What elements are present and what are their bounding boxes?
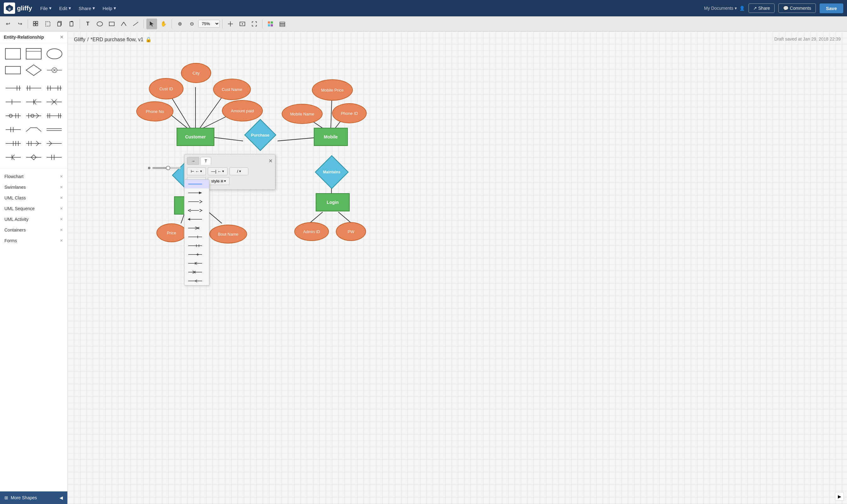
ft-close-button[interactable]: ✕ (268, 158, 272, 164)
connector-tool[interactable] (118, 19, 129, 29)
arrow-option-single[interactable] (184, 259, 209, 268)
arrow-option-bar[interactable] (184, 233, 209, 241)
select-button[interactable] (42, 19, 53, 29)
copy-button[interactable] (54, 19, 65, 29)
breadcrumb-root[interactable]: Gliffy (74, 37, 85, 42)
arrow-option-cross[interactable] (184, 250, 209, 259)
breadcrumb-doc[interactable]: *ERD purchase flow, v1 (91, 37, 143, 42)
canvas-area[interactable]: Gliffy / *ERD purchase flow, v1 🔒 Draft … (68, 32, 847, 504)
fit-page-button[interactable] (237, 19, 248, 29)
redo-button[interactable]: ↪ (15, 19, 25, 29)
sidebar-item-uml-sequence[interactable]: UML Sequence ✕ (0, 203, 67, 214)
arrow-option-crow[interactable] (184, 224, 209, 233)
ft-tab-text[interactable]: T (200, 157, 211, 165)
ft-tab-arrow[interactable]: → (187, 157, 199, 165)
city-node[interactable]: City (181, 63, 211, 83)
hand-tool[interactable]: ✋ (158, 19, 169, 29)
pointer-tool[interactable] (146, 19, 157, 29)
line-tool[interactable] (130, 19, 141, 29)
ft-start-arrow-btn[interactable]: ⊢←▾ (187, 167, 206, 175)
comments-button[interactable]: 💬 Comments (778, 3, 816, 13)
shape-rect[interactable] (4, 63, 22, 77)
remove-uml-class-icon[interactable]: ✕ (60, 196, 63, 200)
ellipse-tool[interactable] (94, 19, 105, 29)
sidebar-item-uml-class[interactable]: UML Class ✕ (0, 193, 67, 203)
conn-double[interactable] (45, 124, 64, 136)
amount-paid-node[interactable]: Amount paid (222, 100, 263, 122)
conn-zig[interactable] (24, 124, 43, 136)
conn-erd-one[interactable] (4, 138, 22, 149)
conn-crow[interactable] (45, 96, 64, 108)
conn-one-many[interactable] (4, 82, 22, 94)
remove-forms-icon[interactable]: ✕ (60, 238, 63, 243)
sidebar-item-containers[interactable]: Containers ✕ (0, 224, 67, 235)
pw-node[interactable]: PW (336, 222, 366, 241)
remove-containers-icon[interactable]: ✕ (60, 228, 63, 232)
zoom-out-button[interactable]: ⊖ (186, 19, 197, 29)
user-menu[interactable]: My Documents ▾ 👤 (704, 6, 745, 11)
zoom-select[interactable]: 75% 50% 100% 125% 150% (198, 20, 220, 28)
more-shapes-button[interactable]: ⊞ More Shapes ◀ (0, 491, 67, 504)
conn-erd-m[interactable] (24, 138, 43, 149)
remove-swimlanes-icon[interactable]: ✕ (60, 185, 63, 190)
arrow-option-double-bar[interactable] (184, 241, 209, 250)
conn-fork[interactable] (24, 96, 43, 108)
conn-cross-bar[interactable] (4, 124, 22, 136)
conn-many-one[interactable] (24, 82, 43, 94)
fit-button[interactable] (225, 19, 236, 29)
share-button[interactable]: ↗ Share (748, 3, 775, 13)
text-tool[interactable]: T (83, 19, 93, 29)
arrow-option-arrow[interactable] (184, 188, 209, 197)
shape-ellipse[interactable] (45, 47, 64, 61)
nav-file[interactable]: File ▾ (37, 3, 55, 13)
mobile-name-node[interactable]: Mobile Name (282, 104, 323, 124)
sidebar-item-flowchart[interactable]: Flowchart ✕ (0, 171, 67, 182)
remove-flowchart-icon[interactable]: ✕ (60, 174, 63, 179)
admin-id-node[interactable]: Admin ID (294, 222, 329, 241)
nav-edit[interactable]: Edit ▾ (56, 3, 74, 13)
nav-share[interactable]: Share ▾ (75, 3, 98, 13)
phone-no-node[interactable]: Phone No (136, 101, 173, 122)
nav-help[interactable]: Help ▾ (100, 3, 119, 13)
arrow-option-line[interactable] (184, 180, 209, 188)
cust-name-node[interactable]: Cust Name (213, 79, 251, 100)
conn-erd-n[interactable] (45, 138, 64, 149)
slider-track[interactable] (152, 167, 181, 169)
shape-connector-x[interactable] (45, 63, 64, 77)
fullscreen-button[interactable] (249, 19, 260, 29)
sidebar-item-uml-activity[interactable]: UML Activity ✕ (0, 214, 67, 224)
conn-opt-one[interactable] (4, 110, 22, 122)
arrow-option-open[interactable] (184, 197, 209, 206)
arrow-option-back[interactable] (184, 215, 209, 224)
conn-diamond-special[interactable] (24, 151, 43, 163)
login-node[interactable]: Login (316, 193, 350, 212)
ft-line-style-btn[interactable]: /▾ (229, 167, 248, 175)
bout-name-node[interactable]: Bout Name (209, 224, 247, 244)
ft-waypoint-btn[interactable]: style⊞▾ (208, 177, 229, 185)
zoom-in-button[interactable]: ⊕ (174, 19, 185, 29)
arrow-option-double[interactable] (184, 206, 209, 215)
remove-uml-sequence-icon[interactable]: ✕ (60, 206, 63, 211)
paste-button[interactable] (66, 19, 77, 29)
undo-button[interactable]: ↩ (2, 19, 13, 29)
app-logo[interactable]: g gliffy (4, 2, 32, 14)
maintains-node[interactable]: Maintains (314, 163, 349, 181)
conn-special[interactable] (4, 151, 22, 163)
conn-one-one[interactable] (4, 96, 22, 108)
price-node[interactable]: Price (156, 223, 187, 242)
remove-uml-activity-icon[interactable]: ✕ (60, 217, 63, 221)
mobile-node[interactable]: Mobile (314, 128, 348, 146)
ft-end-arrow-btn[interactable]: —|←▾ (208, 167, 228, 175)
layers-button[interactable] (277, 19, 288, 29)
purchase-node[interactable]: Purchase (243, 126, 278, 144)
arrow-option-special[interactable] (184, 276, 209, 285)
phone-id-node[interactable]: Phone ID (332, 103, 367, 123)
shape-entity[interactable] (4, 47, 22, 61)
sidebar-item-swimlanes[interactable]: Swimlanes ✕ (0, 182, 67, 193)
rectangle-tool[interactable] (106, 19, 117, 29)
grid-button[interactable] (31, 19, 41, 29)
slider-thumb[interactable] (166, 166, 170, 170)
mobile-price-node[interactable]: Mobile Price (312, 79, 353, 101)
cust-id-node[interactable]: Cust ID (149, 78, 183, 100)
conn-opt-many[interactable] (24, 110, 43, 122)
